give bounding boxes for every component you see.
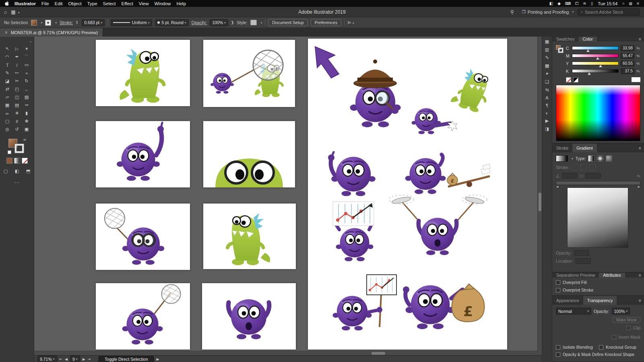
free-transform-tool[interactable]: ▱ (2, 93, 12, 101)
artboard-monster-netting-dragon[interactable] (203, 40, 295, 107)
panel-menu-icon[interactable]: ≡ (636, 144, 644, 152)
blend-tool[interactable]: ∞ (2, 109, 12, 117)
draw-behind-icon[interactable]: ◧ (12, 167, 22, 175)
chevron-right-icon[interactable]: ❯ (231, 21, 234, 25)
artboard-monster-pointing[interactable] (96, 121, 190, 187)
eraser-tool[interactable]: ◪ (2, 77, 12, 85)
display-icon[interactable]: ⧠ (575, 1, 578, 6)
hand-tool[interactable]: ✥ (22, 117, 31, 125)
menu-effect[interactable]: Effect (122, 1, 133, 6)
spotlight-icon[interactable]: ○ (622, 1, 624, 6)
chevron-down-icon[interactable]: ▾ (55, 21, 57, 25)
horizontal-scrollbar[interactable] (34, 351, 537, 355)
rotate-view-tool[interactable]: ↺ (12, 125, 22, 133)
adobe-cc-icon[interactable]: ◧ (549, 1, 553, 6)
overprint-fill-checkbox[interactable] (556, 280, 560, 285)
artboard-monster-net-raised[interactable] (96, 283, 190, 350)
swatches-panel-icon[interactable]: ▩ (545, 63, 549, 68)
style-swatch[interactable] (250, 20, 257, 25)
rectangle-tool[interactable]: ▭ (22, 61, 31, 69)
live-paint-bucket-tool[interactable]: ▨ (22, 93, 31, 101)
menu-file[interactable]: File (41, 1, 49, 6)
battery-icon[interactable]: ▯ (591, 1, 593, 6)
opacity-panel-icon[interactable]: ◐ (546, 111, 549, 115)
artboard-dragon-standing[interactable] (96, 40, 190, 106)
curvature-tool[interactable]: ⌒ (22, 53, 31, 61)
document-setup-button[interactable]: Document Setup (268, 19, 308, 26)
slider-handle[interactable] (586, 49, 590, 52)
preferences-button[interactable]: Preferences (311, 19, 342, 26)
stroke-weight-field[interactable]: 0.683 pt▾ (82, 19, 105, 26)
tab-appearance[interactable]: Appearance (552, 296, 583, 305)
type-tool[interactable]: T (2, 61, 12, 69)
fill-color-swatch[interactable] (31, 20, 37, 26)
home-icon[interactable]: ⌂ (4, 9, 7, 15)
layers-panel-icon[interactable]: ❏ (545, 79, 549, 84)
tab-gradient[interactable]: Gradient (572, 144, 597, 152)
eyedropper-tool[interactable]: ✑ (22, 101, 31, 109)
zoom-level-field[interactable]: 9.71%▾ (37, 356, 57, 362)
app-badge-icon[interactable]: ◆ (557, 1, 561, 6)
close-icon[interactable]: × (5, 30, 8, 35)
menu-view[interactable]: View (139, 1, 149, 6)
color-spectrum[interactable] (556, 85, 640, 141)
panel-fill-stroke-indicator[interactable] (556, 44, 563, 70)
keyboard-icon[interactable]: ⌨ (565, 1, 571, 6)
character-panel-icon[interactable]: A (545, 95, 548, 100)
black-white-swatch[interactable] (573, 77, 578, 82)
zoom-tool[interactable]: ◎ (2, 125, 12, 133)
wifi-icon[interactable]: ≋ (583, 1, 586, 6)
vertical-scrollbar-thumb[interactable] (539, 193, 541, 211)
lasso-tool[interactable]: ◠ (2, 53, 12, 61)
gradient-preview[interactable] (567, 187, 628, 248)
vertical-scrollbar[interactable] (537, 37, 542, 355)
search-input[interactable] (585, 10, 637, 14)
paintbrush-tool[interactable]: ✎ (2, 69, 12, 77)
channel-value[interactable]: 60.55 (621, 61, 634, 66)
chevron-down-icon[interactable]: ▾ (261, 21, 262, 25)
slice-tool[interactable]: # (12, 117, 22, 125)
gradient-tool[interactable]: ▤ (12, 101, 22, 109)
menu-object[interactable]: Object (68, 1, 81, 6)
draw-normal-icon[interactable]: ▢ (1, 167, 10, 175)
slider-handle[interactable] (599, 65, 602, 67)
artboard-monster-glasses-net[interactable] (96, 204, 190, 270)
paragraph-panel-icon[interactable]: ¶ (546, 103, 548, 108)
line-segment-tool[interactable]: / (12, 61, 22, 69)
next-artboard-icon[interactable]: ▶ (83, 357, 85, 361)
fill-stroke-indicator[interactable]: ⇄ (8, 138, 26, 154)
shape-builder-tool[interactable]: ◫ (12, 93, 22, 101)
adobe-stock-search[interactable]: ⌕ (578, 8, 640, 16)
magic-wand-tool[interactable]: ✶ (22, 45, 31, 53)
artboard-monster-peeking[interactable] (203, 121, 295, 187)
channel-slider[interactable] (572, 69, 619, 73)
print-tiling-tool[interactable]: ▣ (22, 125, 31, 133)
artboard-main-scenes[interactable]: £ (308, 39, 507, 350)
slider-handle[interactable] (588, 72, 591, 75)
channel-value[interactable]: 55.47 (621, 53, 634, 59)
channel-slider[interactable] (572, 54, 619, 58)
apple-menu-icon[interactable] (5, 1, 10, 6)
overprint-stroke-checkbox[interactable] (556, 288, 560, 292)
chevron-down-icon[interactable]: ▾ (41, 21, 43, 25)
stroke-swatch[interactable] (15, 144, 24, 153)
canvas[interactable]: £ (34, 37, 542, 355)
linear-gradient-button[interactable] (588, 155, 594, 162)
channel-value[interactable]: 33.98 (621, 45, 634, 51)
channel-slider[interactable] (572, 62, 619, 65)
menu-window[interactable]: Window (154, 1, 171, 6)
panel-menu-icon[interactable]: ≡ (636, 296, 644, 305)
channel-value[interactable]: 37.5 (621, 68, 634, 74)
last-artboard-icon[interactable]: ⇥ (88, 357, 91, 361)
collapse-toolbar-icon[interactable]: » (30, 40, 31, 43)
stroke-color-swatch[interactable] (45, 20, 51, 26)
stroke-swatch[interactable] (558, 48, 563, 53)
siri-icon[interactable]: ◍ (629, 1, 632, 6)
shaper-tool[interactable]: ≈ (22, 69, 31, 77)
column-graph-tool[interactable]: ▮ (22, 109, 31, 117)
workspace-switcher[interactable]: ❐ Printing and Proofing ▾ (522, 10, 574, 14)
mesh-tool[interactable]: ▦ (2, 101, 12, 109)
status-options-icon[interactable]: ▶ (156, 357, 159, 361)
width-profile-select[interactable]: Uniform▾ (111, 19, 152, 26)
panel-menu-icon[interactable]: ≡ (636, 273, 644, 278)
